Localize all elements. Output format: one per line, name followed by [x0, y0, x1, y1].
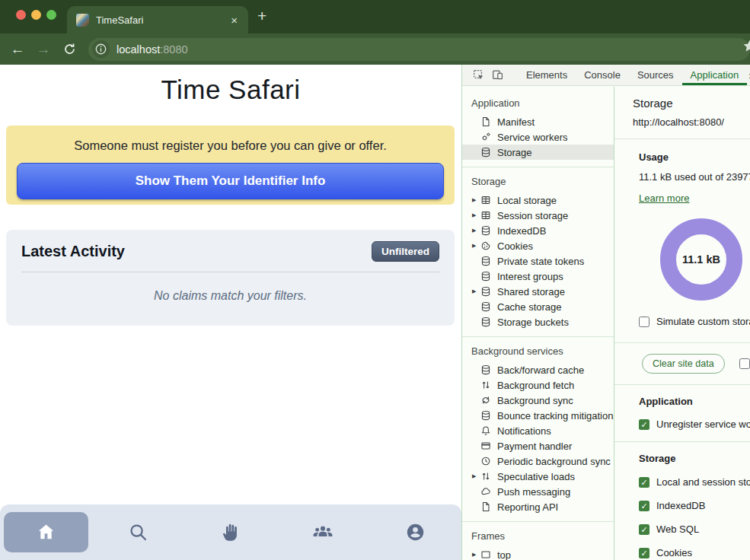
maximize-window-button[interactable]: [46, 10, 56, 20]
checkbox[interactable]: ✓: [639, 477, 649, 488]
expand-arrow-icon[interactable]: ▶: [472, 197, 480, 203]
nav-hand-button[interactable]: [184, 504, 276, 560]
unfiltered-button[interactable]: Unfiltered: [372, 241, 439, 262]
checkbox-label: Local and session storage: [656, 476, 750, 488]
tree-item-storage-buckets[interactable]: Storage buckets: [462, 314, 614, 329]
tree-item-push-messaging[interactable]: Push messaging: [462, 484, 614, 499]
browser-toolbar: ← → localhost:8080: [0, 33, 750, 65]
origin-url: http://localhost:8080/: [633, 116, 750, 128]
devtools-tab-sources[interactable]: Sources: [629, 65, 682, 85]
tree-item-top[interactable]: ▶top: [462, 547, 614, 560]
inspect-element-icon[interactable]: [469, 69, 488, 81]
reload-button[interactable]: [56, 42, 82, 56]
donut-value: 11.1 kB: [682, 253, 720, 266]
tree-item-label: Manifest: [497, 116, 535, 128]
bookmark-star-icon[interactable]: [742, 38, 750, 57]
back-button[interactable]: ←: [5, 42, 30, 56]
tree-item-indexeddb[interactable]: ▶IndexedDB: [462, 223, 614, 238]
tree-item-label: Background sync: [497, 395, 573, 406]
devtools-tab-elements[interactable]: Elements: [518, 65, 576, 85]
database-icon: [480, 317, 492, 328]
tree-item-cache-storage[interactable]: Cache storage: [462, 299, 614, 314]
expand-arrow-icon[interactable]: ▶: [472, 212, 480, 218]
tree-item-label: Periodic background sync: [497, 456, 611, 467]
tree-item-label: Cache storage: [497, 301, 562, 313]
payment-card-icon: [480, 441, 492, 452]
tree-item-interest-groups[interactable]: Interest groups: [462, 269, 614, 284]
tree-item-service-workers[interactable]: Service workers: [462, 129, 614, 145]
tree-item-private-state-tokens[interactable]: Private state tokens: [462, 253, 614, 269]
including-cookies-row[interactable]: including third-party cookies: [739, 358, 750, 370]
tree-section-application: ApplicationManifestService workersStorag…: [462, 93, 614, 167]
including-cookies-checkbox[interactable]: [739, 358, 750, 369]
tree-item-label: Storage: [497, 147, 532, 158]
check-row-indexeddb[interactable]: ✓IndexedDB: [639, 500, 750, 511]
card-divider: [21, 272, 439, 272]
tree-item-periodic-background-sync[interactable]: Periodic background sync: [462, 453, 614, 469]
close-window-button[interactable]: [16, 10, 26, 20]
nav-search-button[interactable]: [92, 504, 184, 560]
devtools-tab-application[interactable]: Application: [682, 65, 748, 85]
check-row-cookies[interactable]: ✓Cookies: [639, 547, 750, 558]
tree-item-reporting-api[interactable]: Reporting API: [462, 499, 614, 514]
tree-section-frames: Frames▶top: [462, 526, 614, 560]
nav-people-button[interactable]: [277, 504, 369, 560]
tree-item-background-sync[interactable]: Background sync: [462, 393, 614, 408]
tree-item-session-storage[interactable]: ▶Session storage: [462, 208, 614, 223]
nav-home-button[interactable]: [0, 504, 92, 560]
tree-item-label: Shared storage: [497, 286, 565, 298]
table-icon: [480, 210, 492, 221]
database-icon: [480, 286, 492, 298]
simulate-quota-row[interactable]: Simulate custom storage quota: [639, 316, 750, 327]
learn-more-link[interactable]: Learn more: [639, 192, 689, 204]
expand-arrow-icon[interactable]: ▶: [472, 473, 480, 479]
tree-item-shared-storage[interactable]: ▶Shared storage: [462, 284, 614, 299]
tree-item-payment-handler[interactable]: Payment handler: [462, 438, 614, 453]
latest-activity-title: Latest Activity: [21, 243, 125, 260]
check-row-unregister-service-workers[interactable]: ✓Unregister service workers: [639, 418, 750, 430]
tree-section-title: Storage: [462, 171, 614, 192]
checkbox[interactable]: ✓: [639, 524, 649, 535]
storage-section-title: Storage: [639, 453, 750, 464]
devtools-tree: ApplicationManifestService workersStorag…: [462, 87, 614, 560]
tree-item-storage[interactable]: Storage: [462, 145, 614, 160]
hand-icon: [221, 522, 241, 542]
checkbox[interactable]: ✓: [639, 501, 649, 511]
show-identifier-info-button[interactable]: Show Them Your Identifier Info: [17, 163, 444, 199]
tree-item-background-fetch[interactable]: Background fetch: [462, 377, 614, 393]
simulate-quota-checkbox[interactable]: [639, 317, 649, 327]
nav-person-button[interactable]: [369, 504, 461, 560]
storage-detail-panel: Storage http://localhost:8080/ Usage 11.…: [614, 87, 750, 560]
site-info-icon[interactable]: [92, 40, 110, 58]
browser-tab[interactable]: TimeSafari ×: [67, 6, 248, 33]
checkbox[interactable]: ✓: [639, 419, 649, 430]
tree-section-storage: Storage▶Local storage▶Session storage▶In…: [462, 171, 614, 337]
check-row-local-and-session-storage[interactable]: ✓Local and session storage: [639, 476, 750, 488]
new-tab-button[interactable]: +: [257, 8, 266, 24]
clear-site-data-button[interactable]: Clear site data: [642, 354, 725, 374]
check-row-web-sql[interactable]: ✓Web SQL: [639, 523, 750, 535]
document-icon: [480, 116, 492, 128]
panel-title: Storage: [633, 97, 750, 110]
tree-item-notifications[interactable]: Notifications: [462, 423, 614, 438]
tree-item-bounce-tracking-mitigations[interactable]: Bounce tracking mitigations: [462, 408, 614, 423]
address-bar[interactable]: localhost:8080: [88, 38, 750, 61]
tree-item-cookies[interactable]: ▶Cookies: [462, 238, 614, 253]
devtools-tab-console[interactable]: Console: [576, 65, 629, 85]
tree-item-back-forward-cache[interactable]: Back/forward cache: [462, 362, 614, 377]
expand-arrow-icon[interactable]: ▶: [472, 552, 480, 558]
expand-arrow-icon[interactable]: ▶: [472, 288, 480, 294]
checkbox[interactable]: ✓: [639, 548, 649, 558]
tab-close-icon[interactable]: ×: [228, 13, 241, 27]
tree-item-manifest[interactable]: Manifest: [462, 114, 614, 129]
expand-arrow-icon[interactable]: ▶: [472, 228, 480, 234]
checkbox-label: Unregister service workers: [656, 418, 750, 430]
tree-item-label: top: [497, 549, 511, 560]
expand-arrow-icon[interactable]: ▶: [472, 243, 480, 249]
device-toolbar-icon[interactable]: [488, 69, 507, 81]
minimize-window-button[interactable]: [31, 10, 41, 20]
devtools-toolbar: ElementsConsoleSourcesApplication »: [462, 65, 750, 86]
tree-item-speculative-loads[interactable]: ▶Speculative loads: [462, 469, 614, 484]
application-section-title: Application: [639, 396, 750, 407]
tree-item-local-storage[interactable]: ▶Local storage: [462, 192, 614, 208]
